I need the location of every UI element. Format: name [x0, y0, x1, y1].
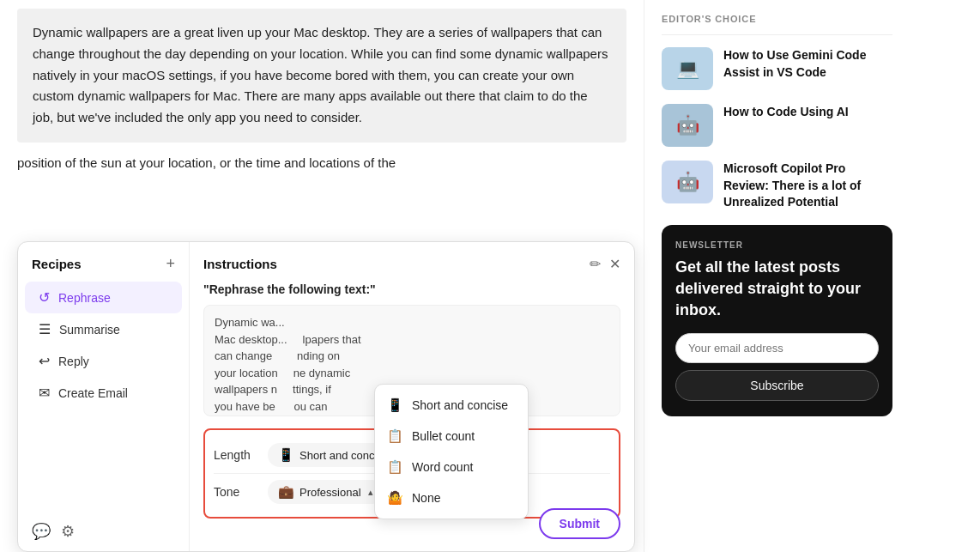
popup-bullet-label: Bullet count: [412, 429, 475, 443]
recipes-title: Recipes: [32, 257, 82, 271]
instructions-title: Instructions: [203, 257, 277, 271]
popup-word-label: Word count: [412, 460, 473, 474]
summarise-icon: ☰: [39, 321, 51, 337]
ec-item-code[interactable]: 🤖 How to Code Using AI: [662, 104, 892, 147]
recipe-item-label: Summarise: [59, 323, 120, 337]
instructions-icons: ✏ ✕: [590, 256, 620, 272]
ec-item-copilot[interactable]: 🤖 Microsoft Copilot Pro Review: There is…: [662, 161, 892, 211]
newsletter-heading: Get all the latest posts delivered strai…: [675, 257, 879, 322]
recipe-item-reply[interactable]: ↩ Reply: [25, 345, 182, 377]
popup-bullet-icon: 📋: [387, 428, 403, 444]
close-icon[interactable]: ✕: [609, 256, 620, 272]
settings-icon[interactable]: ⚙: [61, 522, 75, 541]
length-emoji: 📱: [278, 447, 294, 463]
tone-chevron-icon: ▴: [368, 487, 373, 498]
chat-icon[interactable]: 💬: [32, 522, 51, 541]
copilot-thumb-icon: 🤖: [676, 171, 699, 193]
rephrase-label: "Rephrase the following text:": [203, 282, 620, 296]
subscribe-button[interactable]: Subscribe: [675, 370, 879, 401]
popup-none-icon: 🤷: [387, 490, 403, 506]
recipes-footer: 💬 ⚙: [18, 522, 190, 541]
submit-button[interactable]: Submit: [539, 508, 620, 539]
edit-icon[interactable]: ✏: [590, 256, 601, 272]
popup-item-none[interactable]: 🤷 None: [375, 482, 528, 513]
popup-item-word[interactable]: 📋 Word count: [375, 452, 528, 482]
tone-label: Tone: [214, 485, 261, 499]
recipe-item-summarise[interactable]: ☰ Summarise: [25, 313, 182, 345]
newsletter-box: Newsletter Get all the latest posts deli…: [662, 225, 892, 417]
popup-none-label: None: [412, 491, 440, 505]
reply-icon: ↩: [39, 353, 50, 369]
ec-thumb-code: 🤖: [662, 104, 713, 147]
instructions-header: Instructions ✏ ✕: [203, 256, 620, 272]
newsletter-email-input[interactable]: [675, 333, 879, 363]
popup-short-label: Short and concise: [412, 398, 508, 412]
popup-item-bullet[interactable]: 📋 Bullet count: [375, 421, 528, 452]
ec-thumb-copilot: 🤖: [662, 161, 713, 203]
ec-title-copilot: Microsoft Copilot Pro Review: There is a…: [723, 161, 892, 211]
length-label: Length: [214, 448, 261, 462]
rephrase-icon: ↺: [39, 289, 50, 306]
popup-short-icon: 📱: [387, 397, 403, 413]
popup-word-icon: 📋: [387, 459, 403, 475]
ec-title-gemini: How to Use Gemini Code Assist in VS Code: [723, 47, 892, 81]
code-thumb-icon: 🤖: [676, 114, 699, 136]
popup-item-short[interactable]: 📱 Short and concise: [375, 390, 528, 421]
recipe-item-label: Reply: [58, 355, 89, 368]
ec-title-code: How to Code Using AI: [723, 104, 849, 121]
tone-value: Professional: [299, 486, 361, 499]
add-recipe-button[interactable]: +: [166, 256, 175, 271]
recipes-panel: Recipes + ↺ Rephrase ☰ Summarise ↩ Reply…: [18, 242, 190, 551]
bottom-article-text: position of the sun at your location, or…: [17, 143, 626, 174]
recipe-item-rephrase[interactable]: ↺ Rephrase: [25, 282, 182, 313]
instructions-panel: Instructions ✏ ✕ "Rephrase the following…: [190, 242, 634, 551]
recipe-item-label: Create Email: [58, 386, 128, 400]
email-icon: ✉: [39, 385, 50, 401]
main-content: Dynamic wallpapers are a great liven up …: [0, 0, 644, 552]
newsletter-label: Newsletter: [675, 240, 879, 250]
recipe-item-label: Rephrase: [58, 291, 111, 305]
ec-thumb-gemini: 💻: [662, 47, 713, 90]
recipe-item-create-email[interactable]: ✉ Create Email: [25, 377, 182, 409]
ec-item-gemini[interactable]: 💻 How to Use Gemini Code Assist in VS Co…: [662, 47, 892, 90]
length-dropdown-popup: 📱 Short and concise 📋 Bullet count 📋 Wor…: [374, 384, 529, 519]
editors-choice-label: Editor's Choice: [662, 0, 892, 35]
tone-emoji: 💼: [278, 484, 294, 500]
recipes-header: Recipes +: [18, 256, 189, 282]
right-sidebar: Editor's Choice 💻 How to Use Gemini Code…: [644, 0, 910, 552]
gemini-thumb-icon: 💻: [676, 58, 699, 80]
ai-panel: Recipes + ↺ Rephrase ☰ Summarise ↩ Reply…: [17, 241, 635, 552]
article-text: Dynamic wallpapers are a great liven up …: [17, 9, 626, 143]
tone-dropdown[interactable]: 💼 Professional ▴: [268, 480, 384, 504]
